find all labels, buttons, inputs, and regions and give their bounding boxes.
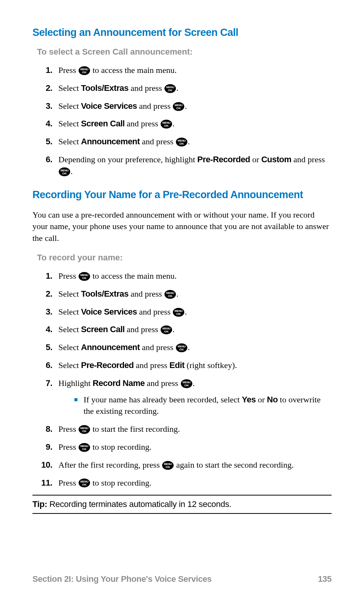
step-number: 5. [37, 342, 58, 354]
step-2-11: 11. Press to stop recording. [37, 477, 332, 489]
step-2-9: 9. Press to stop recording. [37, 441, 332, 453]
step-number: 9. [37, 441, 58, 453]
step-2-1: 1. Press to access the main menu. [37, 270, 332, 282]
step-2-10: 10. After the first recording, press aga… [37, 459, 332, 471]
step-number: 8. [37, 423, 58, 435]
steps-list-2: 1. Press to access the main menu. 2. Sel… [37, 270, 332, 489]
step-1-4: 4. Select Screen Call and press . [37, 118, 332, 130]
step-1-1: 1. Press to access the main menu. [37, 65, 332, 76]
step-2-3: 3. Select Voice Services and press . [37, 306, 332, 318]
menu-ok-icon [176, 343, 188, 352]
menu-ok-icon [78, 66, 90, 75]
step-number: 3. [37, 306, 58, 318]
tip-label: Tip: [32, 499, 47, 509]
menu-ok-icon [160, 119, 172, 129]
step-number: 5. [37, 136, 58, 148]
step-1-3: 3. Select Voice Services and press . [37, 100, 332, 112]
step-2-7: 7. Highlight Record Name and press . If … [37, 378, 332, 417]
menu-ok-icon [164, 84, 176, 93]
step-2-2: 2. Select Tools/Extras and press . [37, 288, 332, 300]
step-number: 6. [37, 360, 58, 371]
menu-ok-icon [78, 478, 90, 488]
step-number: 1. [37, 270, 58, 282]
tip-text: Recording terminates automatically in 12… [47, 499, 232, 509]
step-number: 10. [37, 459, 58, 471]
step-2-6: 6. Select Pre-Recorded and press Edit (r… [37, 360, 332, 371]
sub-bullet-list: If your name has already been recorded, … [74, 394, 332, 418]
menu-ok-icon [164, 290, 176, 299]
step-number: 3. [37, 100, 58, 112]
step-number: 1. [37, 65, 58, 76]
step-1-2: 2. Select Tools/Extras and press . [37, 82, 332, 94]
section-heading-1: Selecting an Announcement for Screen Cal… [32, 27, 332, 39]
step-number: 7. [37, 378, 58, 389]
step-number: 6. [37, 154, 58, 166]
step-number: 11. [37, 477, 58, 489]
page-footer: Section 2I: Using Your Phone's Voice Ser… [32, 574, 332, 584]
menu-ok-icon [176, 137, 188, 147]
step-number: 2. [37, 82, 58, 94]
step-number: 4. [37, 118, 58, 130]
steps-list-1: 1. Press to access the main menu. 2. Sel… [37, 65, 332, 178]
step-number: 2. [37, 288, 58, 300]
step-1-5: 5. Select Announcement and press . [37, 136, 332, 148]
sub-bullet: If your name has already been recorded, … [74, 394, 332, 418]
menu-ok-icon [172, 102, 185, 111]
menu-ok-icon [58, 167, 71, 176]
intro-paragraph: You can use a pre-recorded announcement … [32, 209, 332, 244]
step-number: 4. [37, 324, 58, 336]
step-2-4: 4. Select Screen Call and press . [37, 324, 332, 336]
subheading-2: To record your name: [37, 253, 332, 263]
footer-page-number: 135 [318, 574, 332, 584]
tip-box: Tip: Recording terminates automatically … [32, 495, 332, 514]
menu-ok-icon [162, 461, 174, 470]
menu-ok-icon [78, 425, 90, 434]
menu-ok-icon [78, 443, 90, 452]
menu-ok-icon [78, 272, 90, 281]
subheading-1: To select a Screen Call announcement: [37, 47, 332, 57]
menu-ok-icon [172, 308, 185, 317]
section-heading-2: Recording Your Name for a Pre-Recorded A… [32, 189, 332, 201]
menu-ok-icon [160, 325, 172, 334]
menu-ok-icon [180, 379, 193, 388]
step-2-8: 8. Press to start the first recording. [37, 423, 332, 435]
step-2-5: 5. Select Announcement and press . [37, 342, 332, 354]
footer-section: Section 2I: Using Your Phone's Voice Ser… [32, 574, 212, 584]
step-1-6: 6. Depending on your preference, highlig… [37, 154, 332, 178]
